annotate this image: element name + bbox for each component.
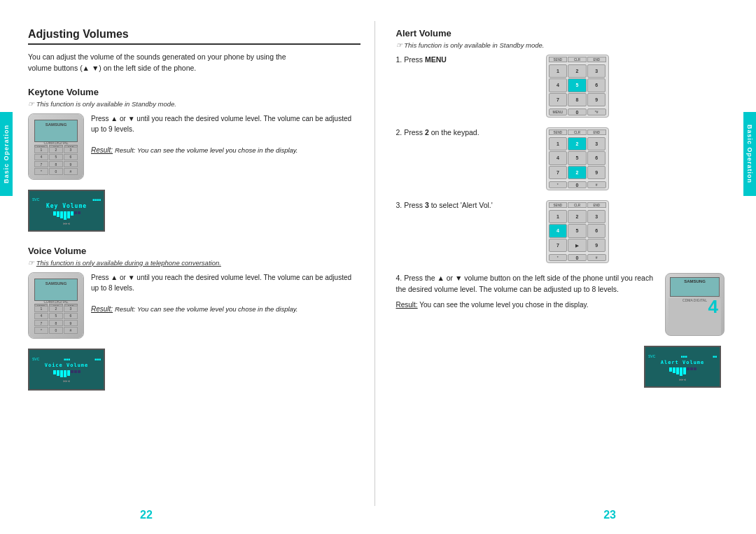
step4-brand: SAMSUNG — [666, 279, 724, 283]
voice-note: This function is only available during a… — [28, 259, 360, 267]
keytone-keypad: 123 456 789 *0# — [34, 147, 78, 175]
voice-result: Result: Result: You can see the volume l… — [91, 305, 298, 313]
alert-display-bars — [669, 367, 696, 376]
volume-button-indicator — [665, 288, 666, 302]
alert-display-text: Alert Volume — [661, 360, 705, 365]
keytone-phone-block: SAMSUNG CDMA DIGITAL SEND CLR END 123 45… — [28, 113, 360, 180]
step-4-result: Result: You can see the volume level you… — [396, 300, 656, 310]
alert-display-sub: ▶▶◀ — [679, 377, 685, 381]
step-2-block: 2. Press 2 on the keypad. SEND CLR END 1… — [396, 127, 729, 190]
step-2-highlight-key: 2 — [568, 137, 587, 150]
left-column: Adjusting Volumes You can adjust the vol… — [14, 21, 375, 506]
step-3-keypad: SEND CLR END 1 2 3 4 5 6 7 ▶ 9 * 0 — [546, 200, 609, 263]
alert-section-title: Alert Volume — [396, 28, 729, 38]
side-tab-right: Basic Operation — [743, 112, 756, 196]
page-number-left: 22 — [140, 509, 153, 521]
voice-display: SVC ■■■ ■■■ Voice Volume ▶▶◀ — [28, 349, 105, 391]
step-3-block: 3. Press 3 to select 'Alert Vol.' SEND C… — [396, 200, 729, 263]
alert-note: This function is only available in Stand… — [396, 41, 729, 49]
keytone-section-title: Keytone Volume — [28, 87, 360, 97]
keytone-instructions: Press ▲ or ▼ until you reach the desired… — [91, 113, 360, 155]
voice-section-title: Voice Volume — [28, 246, 360, 256]
side-tab-right-label: Basic Operation — [746, 125, 753, 183]
keytone-display-text: Key Volume — [46, 203, 87, 209]
step-4-text: 4. Press the ▲ or ▼ volume button on the… — [396, 273, 656, 295]
keytone-display: SVC ■■■■ Key Volume ▶▶◀ — [28, 190, 105, 232]
voice-display-sub: ▶▶◀ — [63, 379, 69, 383]
intro-text: You can adjust the volume of the sounds … — [28, 52, 294, 74]
step-4-phone: SAMSUNG CDMA DIGITAL 4 — [665, 273, 728, 336]
alert-display: SVC ■■■ ■■ Alert Volume ▶▶◀ — [644, 346, 721, 388]
keytone-display-sub: ▶▶◀ — [63, 221, 69, 225]
voice-phone-brand: SAMSUNG — [29, 281, 83, 286]
step-2-text: 2. Press 2 on the keypad. — [396, 127, 536, 139]
step-3-text: 3. Press 3 to select 'Alert Vol.' — [396, 200, 536, 211]
voice-keypad: 123 456 789 *0# — [34, 306, 78, 334]
side-tab-left-label: Basic Operation — [3, 125, 10, 183]
voice-instructions: Press ▲ or ▼ until you reach the desired… — [91, 272, 360, 314]
step-4-phone-body: SAMSUNG CDMA DIGITAL 4 — [665, 273, 724, 336]
page-number-right: 23 — [603, 509, 616, 521]
keytone-phone-brand: SAMSUNG — [29, 122, 83, 127]
right-column: Alert Volume This function is only avail… — [375, 21, 743, 506]
voice-phone-body: SAMSUNG CDMA DIGITAL SEND CLR END 123 45… — [29, 273, 83, 338]
main-content: Adjusting Volumes You can adjust the vol… — [14, 21, 742, 506]
step-3-highlight-key: 4 — [549, 224, 568, 237]
alert-display-wrapper: SVC ■■■ ■■ Alert Volume ▶▶◀ — [396, 346, 722, 388]
voice-phone-cdma: CDMA DIGITAL — [29, 300, 83, 304]
side-tab-left: Basic Operation — [0, 112, 13, 196]
voice-display-bars — [53, 370, 80, 377]
voice-phone-img: SAMSUNG CDMA DIGITAL SEND CLR END 123 45… — [28, 272, 84, 339]
keytone-result: Result: Result: You can see the volume l… — [91, 146, 298, 154]
keytone-phone-img: SAMSUNG CDMA DIGITAL SEND CLR END 123 45… — [28, 113, 84, 180]
keytone-note: This function is only available in Stand… — [28, 100, 360, 108]
step-1-highlight-key: 5 — [568, 78, 587, 92]
step-1-text: 1. Press MENU — [396, 55, 536, 66]
voice-phone-block: SAMSUNG CDMA DIGITAL SEND CLR END 123 45… — [28, 272, 360, 339]
voice-display-text: Voice Volume — [45, 363, 89, 368]
step-1-keypad: SEND CLR END 1 2 3 4 5 6 7 8 9 MENU — [546, 55, 609, 118]
keytone-phone-body: SAMSUNG CDMA DIGITAL SEND CLR END 123 45… — [29, 114, 83, 179]
keytone-display-bars — [53, 211, 80, 220]
step-2-keypad: SEND CLR END 1 2 3 4 5 6 7 2 9 * 0 — [546, 127, 609, 190]
step-4-vol-number: 4 — [708, 296, 718, 318]
step-1-block: 1. Press MENU SEND CLR END 1 2 3 4 5 6 7… — [396, 55, 729, 118]
keytone-phone-cdma: CDMA DIGITAL — [29, 141, 83, 145]
step-4-content: 4. Press the ▲ or ▼ volume button on the… — [396, 273, 656, 310]
page-title: Adjusting Volumes — [28, 28, 360, 45]
step-4-block: 4. Press the ▲ or ▼ volume button on the… — [396, 273, 729, 336]
